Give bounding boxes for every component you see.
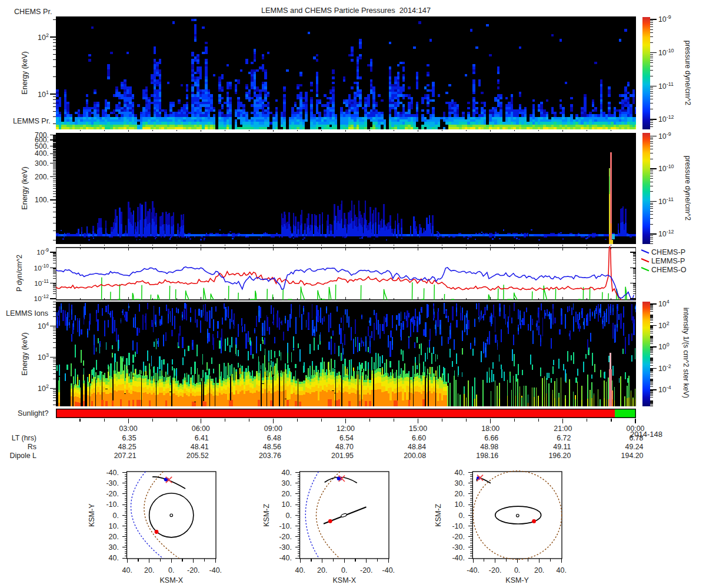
svg-text:0.: 0. [514,566,520,574]
svg-text:-20.: -20. [279,533,292,541]
svg-text:0.: 0. [341,566,347,574]
svg-text:Energy (keV): Energy (keV) [21,332,29,376]
svg-text:40.: 40. [282,469,292,477]
svg-text:100: 100 [658,342,670,351]
svg-text:-20.: -20. [452,533,465,541]
svg-text:Rs: Rs [28,443,36,451]
svg-text:49.11: 49.11 [553,443,571,451]
svg-text:10-12: 10-12 [658,114,674,123]
svg-text:2014-148: 2014-148 [630,430,662,439]
svg-text:48.98: 48.98 [480,443,498,451]
svg-text:102: 102 [38,383,49,393]
svg-text:18:00: 18:00 [481,425,499,433]
svg-text:10-11: 10-11 [658,81,674,91]
svg-text:LEMMS and CHEMS Particle Press: LEMMS and CHEMS Particle Pressures 2014:… [261,6,431,15]
svg-text:101: 101 [38,89,49,99]
svg-text:20.: 20. [317,566,327,574]
svg-text:-10.: -10. [106,500,119,509]
svg-text:KSM-Z: KSM-Z [262,503,271,526]
svg-text:6.72: 6.72 [557,434,571,442]
svg-text:10-10: 10-10 [658,163,674,173]
svg-text:20.: 20. [109,533,119,541]
svg-text:-40.: -40. [279,554,292,562]
svg-text:6.66: 6.66 [484,434,498,442]
svg-text:-30.: -30. [106,479,119,487]
svg-text:-40.: -40. [452,554,465,562]
svg-text:KSM-Z: KSM-Z [434,503,442,526]
svg-text:104: 104 [38,321,49,330]
svg-text:0.: 0. [113,512,119,520]
svg-text:21:00: 21:00 [554,425,572,433]
svg-text:104: 104 [658,299,670,308]
svg-text:20.: 20. [455,490,465,498]
svg-text:15:00: 15:00 [409,425,427,433]
svg-text:10-2: 10-2 [658,363,671,373]
svg-text:03:00: 03:00 [119,425,138,433]
svg-text:10-10: 10-10 [658,48,674,57]
svg-text:10-12: 10-12 [34,293,49,303]
svg-text:-30.: -30. [452,543,465,552]
svg-text:194.20: 194.20 [621,452,644,460]
svg-text:300.: 300. [35,159,49,168]
svg-text:-20.: -20. [106,490,119,498]
svg-text:0.: 0. [459,512,465,520]
svg-text:CHEMS-P: CHEMS-P [651,248,685,256]
svg-text:-40.: -40. [209,566,222,574]
svg-text:48.41: 48.41 [191,443,209,451]
svg-text:09:00: 09:00 [264,425,282,433]
svg-text:400.: 400. [35,149,49,158]
svg-text:Sunlight?: Sunlight? [18,409,49,417]
svg-text:30.: 30. [109,543,119,552]
svg-text:6.60: 6.60 [412,434,426,442]
svg-text:KSM-Y: KSM-Y [88,503,96,527]
svg-text:-20.: -20. [489,566,502,574]
svg-text:KSM-Y: KSM-Y [505,576,529,584]
svg-text:-20.: -20. [187,566,200,574]
svg-text:KSM-X: KSM-X [159,576,183,584]
svg-text:20.: 20. [534,566,544,574]
svg-text:LEMMS Ions: LEMMS Ions [6,309,48,318]
svg-text:100.: 100. [35,196,49,204]
svg-text:48.84: 48.84 [408,443,426,451]
svg-text:0.: 0. [286,512,292,520]
svg-text:40.: 40. [295,566,305,574]
svg-text:Energy (keV): Energy (keV) [21,51,29,95]
svg-text:48.70: 48.70 [335,443,354,451]
svg-text:205.52: 205.52 [187,452,209,460]
svg-text:10-4: 10-4 [658,385,671,394]
svg-text:49.24: 49.24 [625,443,643,451]
svg-text:10-12: 10-12 [658,229,674,238]
svg-text:102: 102 [38,32,49,42]
svg-text:-10.: -10. [452,522,465,530]
svg-text:LEMMS Pr.: LEMMS Pr. [13,117,51,125]
svg-text:-40.: -40. [106,469,119,477]
svg-text:10.: 10. [109,522,119,530]
svg-text:10.: 10. [282,500,292,509]
svg-text:pressure dyne/cm^2: pressure dyne/cm^2 [684,41,692,106]
svg-text:0.: 0. [168,566,174,574]
svg-text:198.16: 198.16 [476,452,498,460]
svg-text:06:00: 06:00 [192,425,210,433]
svg-text:10-10: 10-10 [34,263,49,272]
svg-text:40.: 40. [122,566,132,574]
svg-text:CHEMS-O: CHEMS-O [651,266,687,274]
svg-text:40.: 40. [109,554,119,562]
svg-text:pressure dyne/cm^2: pressure dyne/cm^2 [684,156,692,221]
svg-text:LT (hrs): LT (hrs) [12,434,36,442]
svg-text:10.: 10. [455,500,465,509]
svg-text:103: 103 [38,352,49,362]
svg-text:201.95: 201.95 [331,452,354,460]
svg-text:-40.: -40. [467,566,479,574]
svg-text:10-9: 10-9 [658,14,671,24]
svg-text:P dyn/cm^2: P dyn/cm^2 [15,255,24,292]
svg-text:10-9: 10-9 [36,247,49,256]
svg-text:30.: 30. [282,479,292,487]
svg-text:-10.: -10. [279,522,292,530]
svg-text:6.35: 6.35 [122,434,136,442]
svg-text:Energy (keV): Energy (keV) [21,166,29,210]
svg-text:48.56: 48.56 [263,443,281,451]
svg-text:6.41: 6.41 [195,434,209,442]
svg-text:10-11: 10-11 [34,278,49,288]
svg-text:20.: 20. [144,566,154,574]
svg-text:40.: 40. [455,469,465,477]
